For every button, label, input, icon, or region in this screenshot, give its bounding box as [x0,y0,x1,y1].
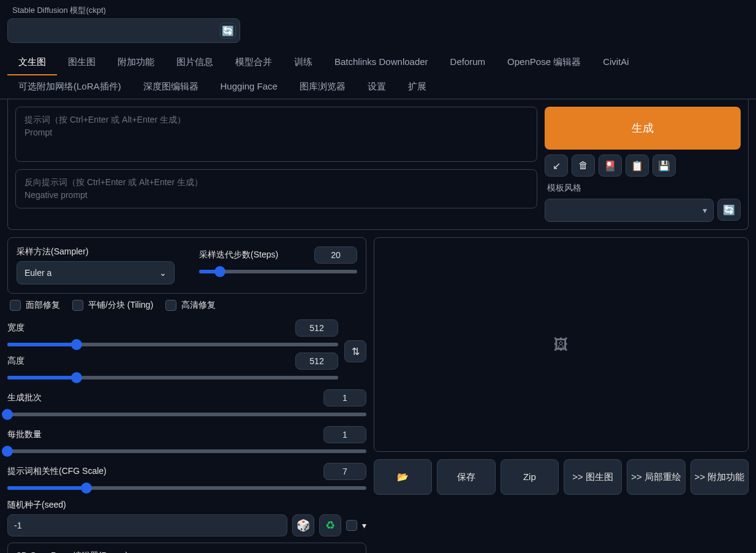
model-label: Stable Diffusion 模型(ckpt) [12,5,749,16]
neg-prompt-placeholder-en: Negative prompt [25,189,528,202]
accordion-posex[interactable]: 3D OpenPose 编辑器(Posex) ◀ [7,543,366,553]
accordion-posex-label: 3D OpenPose 编辑器(Posex) [17,551,128,553]
batch-size-label: 每批数量 [7,429,42,440]
seed-label: 随机种子(seed) [7,500,66,511]
paste-button[interactable]: 📋 [626,154,649,177]
tab-pnginfo[interactable]: 图片信息 [165,50,224,75]
refresh-icon: 🔄 [222,25,234,37]
refresh-model-button[interactable]: 🔄 [220,23,236,39]
tab-img2img[interactable]: 图生图 [57,50,107,75]
batch-count-slider[interactable] [7,413,366,416]
tab-batchlinks[interactable]: Batchlinks Downloader [323,50,439,75]
batch-size-value[interactable]: 1 [323,426,366,443]
interrogate-button[interactable]: ↙ [545,154,568,177]
trash-icon: 🗑 [578,160,588,171]
cfg-slider[interactable] [7,486,366,490]
height-slider[interactable] [7,376,338,379]
tiling-label: 平铺/分块 (Tiling) [88,300,153,311]
prompt-placeholder-cn: 提示词（按 Ctrl+Enter 或 Alt+Enter 生成） [25,113,528,126]
width-label: 宽度 [7,322,25,334]
save-style-button[interactable]: 💾 [652,154,676,177]
hires-fix-checkbox[interactable] [165,300,176,311]
cfg-label: 提示词相关性(CFG Scale) [7,466,107,477]
zip-button[interactable]: Zip [501,459,559,495]
generate-button[interactable]: 生成 [545,107,741,150]
model-select[interactable]: 🔄 [7,18,240,43]
chevron-down-icon: ⌄ [159,268,167,278]
swap-dimensions-button[interactable]: ⇅ [344,340,366,362]
clear-button[interactable]: 🗑 [572,154,595,177]
tab-openpose[interactable]: OpenPose 编辑器 [496,50,592,75]
refresh-icon: 🔄 [723,204,735,216]
tab-deforum[interactable]: Deforum [439,50,497,75]
dice-icon: 🎲 [297,519,310,532]
batch-count-label: 生成批次 [7,392,42,403]
height-value[interactable]: 512 [295,353,338,370]
card-icon: 🎴 [604,160,616,172]
width-value[interactable]: 512 [295,319,338,337]
tab-merge[interactable]: 模型合并 [224,50,283,75]
restore-faces-label: 面部修复 [26,300,60,311]
refresh-style-button[interactable]: 🔄 [717,199,741,221]
sampler-select[interactable]: Euler a ⌄ [17,261,175,284]
steps-value[interactable]: 20 [314,246,357,264]
negative-prompt-input[interactable]: 反向提示词（按 Ctrl+Enter 或 Alt+Enter 生成） Negat… [15,169,537,208]
chevron-down-icon: ▾ [703,205,707,215]
steps-slider[interactable] [199,270,357,273]
tiling-checkbox[interactable] [72,300,83,311]
tabs: 文生图 图生图 附加功能 图片信息 模型合并 训练 Batchlinks Dow… [0,43,756,99]
save-button[interactable]: 保存 [437,459,495,495]
reuse-seed-button[interactable]: ♻ [319,514,341,536]
arrow-icon: ↙ [553,160,561,172]
steps-label: 采样迭代步数(Steps) [199,250,278,261]
cfg-value[interactable]: 7 [323,463,366,480]
recycle-icon: ♻ [325,519,335,532]
chevron-down-icon: ▾ [362,521,366,530]
tab-lora[interactable]: 可选附加网络(LoRA插件) [7,75,132,99]
prompt-placeholder-en: Prompt [25,126,528,139]
neg-prompt-placeholder-cn: 反向提示词（按 Ctrl+Enter 或 Alt+Enter 生成） [25,176,528,189]
tab-depth[interactable]: 深度图编辑器 [132,75,210,99]
tab-extras[interactable]: 附加功能 [107,50,165,75]
random-seed-button[interactable]: 🎲 [292,514,314,536]
sampler-value: Euler a [25,268,51,278]
save-icon: 💾 [658,160,670,172]
folder-icon: 📂 [397,471,409,483]
open-folder-button[interactable]: 📂 [374,459,432,495]
height-label: 高度 [7,356,25,367]
tab-gallery[interactable]: 图库浏览器 [289,75,357,99]
batch-count-value[interactable]: 1 [323,389,366,406]
send-inpaint-button[interactable]: >> 局部重绘 [627,459,685,495]
hires-fix-label: 高清修复 [181,300,216,311]
sampler-label: 采样方法(Sampler) [17,246,175,257]
style-select[interactable]: ▾ [545,199,714,222]
tab-extensions[interactable]: 扩展 [397,75,437,99]
batch-size-slider[interactable] [7,449,366,453]
tab-hf[interactable]: Hugging Face [210,75,289,99]
send-img2img-button[interactable]: >> 图生图 [564,459,622,495]
tab-settings[interactable]: 设置 [357,75,397,99]
restore-faces-checkbox[interactable] [10,300,21,311]
width-slider[interactable] [7,343,338,346]
clipboard-icon: 📋 [631,160,643,172]
tab-civitai[interactable]: CivitAi [592,50,640,75]
image-placeholder-icon: 🖼 [554,336,569,353]
swap-icon: ⇅ [352,346,360,357]
extra-seed-checkbox[interactable] [346,520,357,531]
tab-txt2img[interactable]: 文生图 [7,50,57,75]
style-label: 模板风格 [547,183,741,194]
tab-train[interactable]: 训练 [283,50,323,75]
prompt-input[interactable]: 提示词（按 Ctrl+Enter 或 Alt+Enter 生成） Prompt [15,107,537,162]
seed-input[interactable]: -1 [7,514,287,536]
output-preview: 🖼 [374,237,749,452]
send-extras-button[interactable]: >> 附加功能 [690,459,749,495]
extra-networks-button[interactable]: 🎴 [599,154,622,177]
